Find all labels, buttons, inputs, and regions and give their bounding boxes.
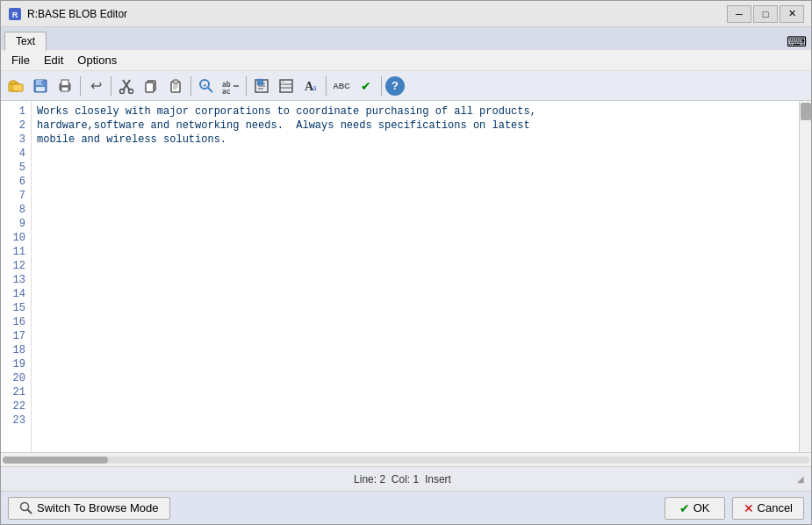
undo-button[interactable]: ↩ [84, 75, 107, 97]
svg-rect-18 [146, 83, 154, 92]
scrollbar-track [3, 457, 809, 464]
format2-button[interactable] [275, 75, 298, 97]
svg-point-16 [129, 89, 133, 93]
svg-rect-20 [173, 80, 178, 83]
svg-line-25 [208, 88, 212, 92]
app-icon: R [8, 7, 22, 21]
line-label: Line: [354, 473, 377, 485]
svg-rect-4 [12, 84, 23, 91]
toolbar: ↩ [1, 71, 811, 101]
menu-options[interactable]: Options [70, 52, 124, 68]
tab-bar: Text ⌨ [1, 27, 811, 50]
cancel-x-icon: ✕ [744, 501, 754, 515]
menu-edit[interactable]: Edit [37, 52, 70, 68]
help-button[interactable]: ? [385, 76, 405, 96]
svg-text:a: a [313, 83, 317, 92]
svg-rect-8 [41, 81, 43, 84]
find-replace-button[interactable]: ab ac [219, 75, 242, 97]
window-title: R:BASE BLOB Editor [27, 8, 727, 20]
toolbar-sep-2 [111, 76, 111, 96]
status-corner: ◢ [797, 474, 804, 484]
keyboard-icon-btn[interactable]: ⌨ [785, 30, 808, 53]
toolbar-sep-5 [326, 76, 327, 96]
tab-text[interactable]: Text [4, 32, 47, 51]
svg-rect-11 [61, 87, 68, 91]
find-button[interactable]: + [195, 75, 218, 97]
accept-button[interactable]: ✔ [355, 75, 377, 97]
title-bar: R R:BASE BLOB Editor ─ □ ✕ [1, 1, 811, 27]
window-controls: ─ □ ✕ [727, 5, 804, 23]
spellcheck-button[interactable]: ABC [330, 75, 353, 97]
maximize-button[interactable]: □ [753, 5, 778, 23]
svg-text:▦: ▦ [256, 78, 264, 86]
editor-area: 1234567891011121314151617181920212223 [1, 101, 811, 452]
status-info: Line: 2 Col: 1 Insert [8, 473, 797, 485]
editor-textarea[interactable] [32, 101, 799, 452]
svg-rect-3 [11, 81, 16, 84]
footer-bar: Switch To Browse Mode ✔ OK ✕ Cancel [1, 491, 811, 524]
format1-button[interactable]: ▦ [250, 75, 273, 97]
toolbar-sep-4 [246, 76, 247, 96]
svg-text:R: R [12, 11, 18, 19]
cut-button[interactable] [115, 75, 138, 97]
open-button[interactable] [4, 75, 27, 97]
horizontal-scrollbar[interactable] [1, 452, 811, 466]
status-bar: Line: 2 Col: 1 Insert ◢ [1, 466, 811, 491]
toolbar-sep-1 [80, 76, 81, 96]
toolbar-sep-6 [381, 76, 382, 96]
scrollbar-thumb[interactable] [3, 457, 108, 464]
menu-bar: File Edit Options [1, 50, 811, 71]
svg-line-42 [28, 509, 32, 514]
svg-point-41 [21, 502, 29, 510]
print-button[interactable] [54, 75, 76, 97]
col-value: 1 [413, 473, 420, 485]
svg-rect-12 [61, 84, 68, 85]
browse-mode-button[interactable]: Switch To Browse Mode [8, 497, 170, 520]
cancel-button[interactable]: ✕ Cancel [732, 497, 804, 520]
line-numbers: 1234567891011121314151617181920212223 [1, 101, 32, 452]
vertical-scrollbar[interactable] [799, 101, 811, 452]
line-value: 2 [379, 473, 385, 485]
svg-rect-7 [36, 87, 45, 91]
browse-icon [19, 501, 33, 515]
save-button[interactable] [29, 75, 52, 97]
menu-file[interactable]: File [4, 52, 37, 68]
toolbar-sep-3 [190, 76, 191, 96]
font-button[interactable]: A a [299, 75, 322, 97]
col-label: Col: [392, 473, 410, 485]
svg-point-15 [120, 89, 125, 93]
copy-button[interactable] [140, 75, 162, 97]
paste-button[interactable] [164, 75, 187, 97]
svg-rect-38 [282, 81, 284, 84]
minimize-button[interactable]: ─ [727, 5, 751, 23]
main-window: R R:BASE BLOB Editor ─ □ ✕ Text ⌨ File E… [0, 0, 812, 525]
svg-text:+: + [203, 82, 207, 90]
ok-button[interactable]: ✔ OK [665, 497, 725, 520]
close-button[interactable]: ✕ [780, 5, 804, 23]
ok-check-icon: ✔ [679, 501, 690, 515]
editor-mode: Insert [425, 473, 451, 485]
svg-text:ac: ac [222, 88, 231, 94]
